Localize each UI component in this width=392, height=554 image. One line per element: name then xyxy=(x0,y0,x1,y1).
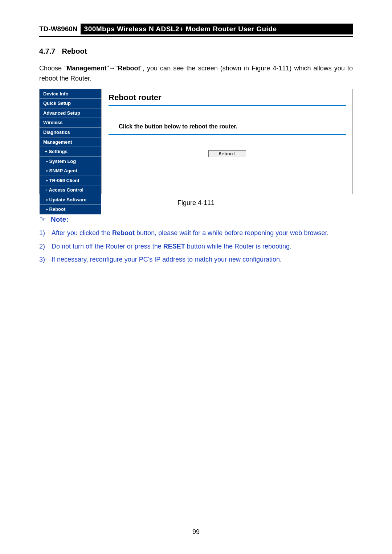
pointing-hand-icon: ☞ xyxy=(39,215,46,224)
sidebar-nav: Device Info Quick Setup Advanced Setup W… xyxy=(40,89,102,194)
note-list: 1) After you clicked the Reboot button, … xyxy=(39,228,353,265)
bullet-icon: • xyxy=(46,206,48,212)
nav-advanced-setup[interactable]: Advanced Setup xyxy=(40,108,101,118)
bullet-icon: • xyxy=(46,178,48,183)
nav-quick-setup[interactable]: Quick Setup xyxy=(40,99,101,108)
note-item-2: 2) Do not turn off the Router or press t… xyxy=(39,241,353,252)
panel-title: Reboot router xyxy=(109,93,346,102)
note-heading: ☞ Note: xyxy=(39,215,353,224)
bullet-icon: • xyxy=(46,159,48,164)
nav-management[interactable]: Management xyxy=(40,138,101,147)
nav-diagnostics[interactable]: Diagnostics xyxy=(40,128,101,138)
note-item-3: 3) If necessary, reconfigure your PC's I… xyxy=(39,254,353,265)
panel-instruction: Click the button below to reboot the rou… xyxy=(119,123,346,130)
router-screenshot: Device Info Quick Setup Advanced Setup W… xyxy=(39,89,353,194)
nav-wireless[interactable]: Wireless xyxy=(40,118,101,128)
section-title: Reboot xyxy=(62,47,87,55)
model-number: TD-W8960N xyxy=(39,24,81,34)
note-item-1: 1) After you clicked the Reboot button, … xyxy=(39,228,353,238)
nav-system-log[interactable]: •System Log xyxy=(40,157,101,167)
section-heading: 4.7.7Reboot xyxy=(39,47,353,56)
plus-icon: + xyxy=(45,149,48,154)
note-label: Note: xyxy=(51,216,69,223)
nav-reboot[interactable]: •Reboot xyxy=(40,205,101,214)
nav-tr069-client[interactable]: •TR-069 Client xyxy=(40,176,101,186)
nav-snmp-agent[interactable]: •SNMP Agent xyxy=(40,166,101,176)
document-title: 300Mbps Wireless N ADSL2+ Modem Router U… xyxy=(81,24,353,34)
page-number: 99 xyxy=(0,528,392,536)
bullet-icon: • xyxy=(46,168,48,173)
document-header: TD-W8960N 300Mbps Wireless N ADSL2+ Mode… xyxy=(39,24,353,37)
content-panel: Reboot router Click the button below to … xyxy=(102,89,352,194)
nav-update-software[interactable]: •Update Software xyxy=(40,195,101,205)
reboot-button[interactable]: Reboot xyxy=(208,150,246,157)
nav-device-info[interactable]: Device Info xyxy=(40,89,101,99)
nav-settings[interactable]: +Settings xyxy=(40,147,101,157)
divider xyxy=(109,134,346,135)
nav-access-control[interactable]: +Access Control xyxy=(40,185,101,195)
section-number: 4.7.7 xyxy=(39,47,55,55)
bullet-icon: • xyxy=(46,197,48,202)
divider xyxy=(109,105,346,106)
intro-paragraph: Choose "Management"→"Reboot", you can se… xyxy=(39,63,353,84)
plus-icon: + xyxy=(45,187,48,193)
